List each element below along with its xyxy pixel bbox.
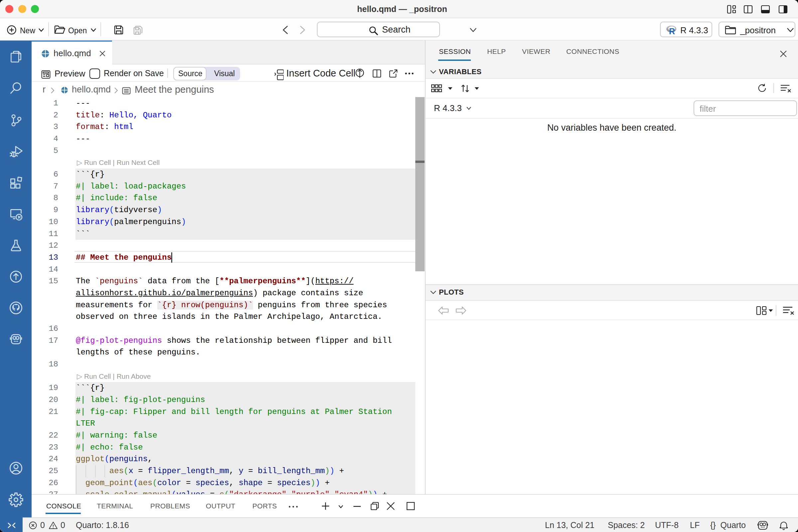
svg-text:R: R bbox=[669, 26, 675, 35]
